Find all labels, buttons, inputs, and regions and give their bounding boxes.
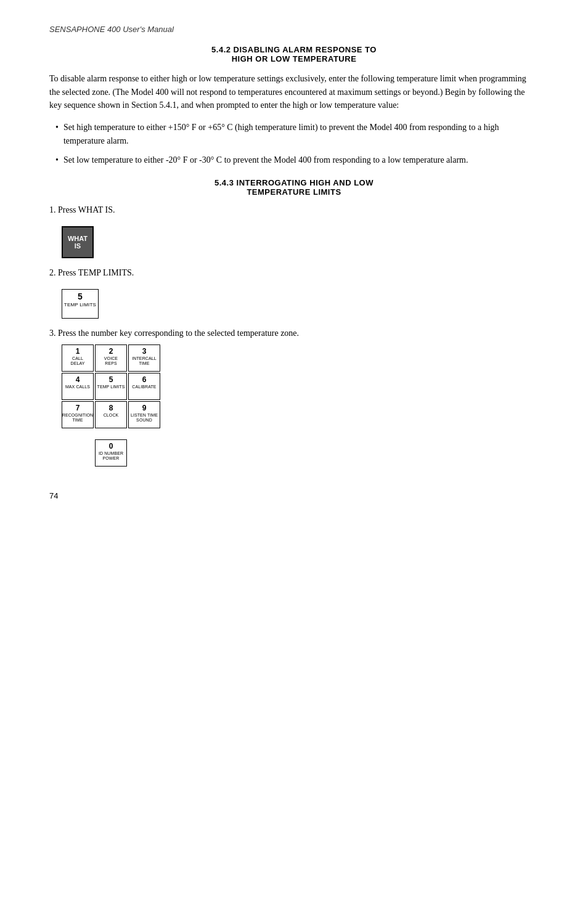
keypad-grid: 1 CALLDELAY 2 VOICEREPS 3 INTERCALLTIME … <box>62 344 539 428</box>
key-8[interactable]: 8 CLOCK <box>95 401 127 428</box>
zero-spacer-right <box>128 439 160 467</box>
step-1-text: 1. Press WHAT IS. <box>49 205 539 215</box>
what-is-line1: WHAT <box>68 235 88 242</box>
bullet-text-2: Set low temperature to either -20° F or … <box>63 153 468 167</box>
key-5[interactable]: 5 TEMP LIMITS <box>95 373 127 400</box>
bullet-dot: • <box>55 121 59 147</box>
what-is-key-display: WHAT IS <box>62 226 94 258</box>
temp-limits-label: TEMP LIMITS <box>64 302 96 308</box>
manual-header: SENSAPHONE 400 User's Manual <box>49 25 539 34</box>
key-6[interactable]: 6 CALIBRATE <box>128 373 160 400</box>
bullet-text-1: Set high temperature to either +150° F o… <box>63 121 539 147</box>
temp-limits-key-display: 5 TEMP LIMITS <box>62 289 99 319</box>
keypad-zero-row: 0 ID NUMBERPOWER <box>62 439 539 467</box>
bullet-dot-2: • <box>55 153 59 167</box>
key-3[interactable]: 3 INTERCALLTIME <box>128 344 160 372</box>
key-2[interactable]: 2 VOICEREPS <box>95 344 127 372</box>
bullet-list: • Set high temperature to either +150° F… <box>55 121 539 167</box>
key-7[interactable]: 7 RECOGNITIONTIME <box>62 401 94 428</box>
key-1[interactable]: 1 CALLDELAY <box>62 344 94 372</box>
step-3-text: 3. Press the number key corresponding to… <box>49 328 539 338</box>
key-9[interactable]: 9 LISTEN TIMESOUND <box>128 401 160 428</box>
bullet-item-2: • Set low temperature to either -20° F o… <box>55 153 539 167</box>
section-542-body: To disable alarm response to either high… <box>49 72 539 112</box>
what-is-line2: IS <box>75 242 81 250</box>
key-0[interactable]: 0 ID NUMBERPOWER <box>95 439 127 467</box>
zero-spacer-left <box>62 439 94 467</box>
section-543-title: 5.4.3 INTERROGATING HIGH AND LOW TEMPERA… <box>49 178 539 197</box>
what-is-button[interactable]: WHAT IS <box>62 226 94 258</box>
page-number: 74 <box>49 491 539 500</box>
section-542-title: 5.4.2 DISABLING ALARM RESPONSE TO HIGH O… <box>49 45 539 63</box>
temp-limits-number: 5 <box>78 291 83 302</box>
temp-limits-button[interactable]: 5 TEMP LIMITS <box>62 289 99 319</box>
step-2-text: 2. Press TEMP LIMITS. <box>49 268 539 278</box>
key-4[interactable]: 4 MAX CALLS <box>62 373 94 400</box>
bullet-item-1: • Set high temperature to either +150° F… <box>55 121 539 147</box>
